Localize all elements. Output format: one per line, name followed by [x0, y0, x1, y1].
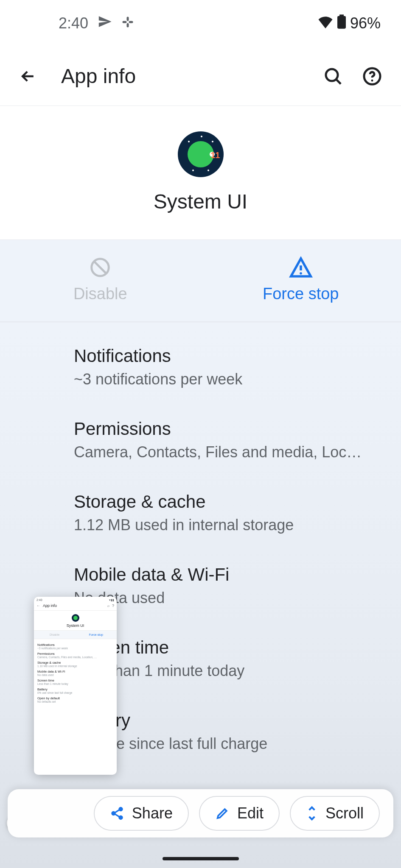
- app-header: 11 System UI: [0, 106, 401, 239]
- list-item-storage[interactable]: Storage & cache 1.12 MB used in internal…: [0, 476, 401, 549]
- help-button[interactable]: [359, 63, 386, 90]
- list-item-permissions[interactable]: Permissions Camera, Contacts, Files and …: [0, 403, 401, 476]
- edit-button[interactable]: Edit: [199, 796, 280, 831]
- svg-rect-0: [127, 17, 129, 21]
- battery-icon: [337, 14, 346, 33]
- disable-label: Disable: [0, 285, 201, 303]
- screenshot-action-bar: Share Edit Scroll: [8, 789, 393, 837]
- app-action-row: Disable Force stop: [0, 239, 401, 322]
- svg-rect-2: [123, 21, 127, 23]
- status-time: 2:40: [59, 14, 88, 32]
- svg-point-8: [371, 79, 373, 81]
- svg-rect-1: [127, 23, 129, 28]
- screenshot-preview[interactable]: 2:40▾▮▮ ← App info ⌕ ? System UI Disable…: [34, 597, 117, 775]
- app-name-label: System UI: [0, 190, 401, 213]
- wifi-icon: [318, 14, 333, 32]
- scroll-label: Scroll: [325, 804, 364, 822]
- list-item-notifications[interactable]: Notifications ~3 notifications per week: [0, 331, 401, 403]
- nav-handle[interactable]: [163, 857, 239, 860]
- scroll-button[interactable]: Scroll: [290, 796, 380, 831]
- page-title: App info: [61, 64, 320, 88]
- force-stop-label: Force stop: [201, 285, 401, 303]
- back-button[interactable]: [15, 64, 41, 89]
- search-icon: ⌕: [107, 604, 109, 608]
- app-icon: 11: [178, 131, 224, 177]
- svg-point-10: [300, 272, 302, 275]
- svg-rect-5: [339, 14, 344, 17]
- share-label: Share: [132, 804, 173, 822]
- svg-rect-4: [337, 16, 346, 28]
- force-stop-button[interactable]: Force stop: [201, 240, 401, 322]
- slack-icon: [121, 14, 134, 32]
- status-bar: 2:40 96%: [0, 0, 401, 47]
- help-icon: ?: [112, 604, 114, 608]
- svg-rect-3: [129, 21, 133, 23]
- search-button[interactable]: [320, 63, 347, 90]
- back-icon: ←: [36, 604, 40, 608]
- settings-list: Notifications ~3 notifications per week …: [0, 322, 401, 868]
- disable-button: Disable: [0, 240, 201, 322]
- app-bar: App info: [0, 47, 401, 106]
- send-icon: [98, 14, 112, 33]
- status-battery: 96%: [350, 14, 381, 32]
- svg-point-6: [326, 69, 338, 81]
- share-button[interactable]: Share: [94, 796, 189, 831]
- edit-label: Edit: [237, 804, 264, 822]
